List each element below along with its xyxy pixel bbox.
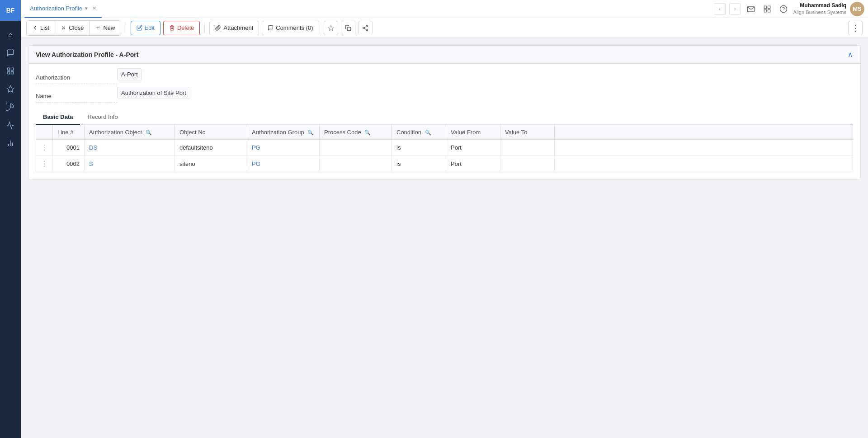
auth-group-search-icon[interactable]: 🔍: [307, 130, 314, 136]
col-header-condition: Condition 🔍: [392, 125, 446, 140]
svg-rect-11: [768, 9, 770, 12]
auth-object-link-1[interactable]: S: [89, 160, 93, 167]
row-drag-handle[interactable]: ⋮: [36, 156, 53, 172]
svg-marker-18: [328, 25, 334, 30]
sidebar-item-analytics[interactable]: [2, 99, 19, 116]
star-button[interactable]: [324, 21, 338, 35]
main-area: Authorization Profile ▾ ✕ ‹ › Muhammad S…: [21, 0, 868, 438]
card-header-title: View Authorization Profile - A-Port: [36, 51, 138, 58]
toolbar: List Close New Edit Delete Attachment: [21, 18, 868, 38]
name-input: Authorization of Site Port: [117, 87, 190, 99]
authorization-label: Authorization: [36, 71, 117, 84]
auth-object-search-icon[interactable]: 🔍: [146, 130, 152, 136]
svg-line-24: [364, 26, 366, 27]
copy-button[interactable]: [341, 21, 355, 35]
row-spacer-0: [555, 140, 853, 156]
row-condition-0: is: [392, 140, 446, 156]
main-card: View Authorization Profile - A-Port ∧ Au…: [28, 45, 861, 180]
row-auth-group-1[interactable]: PG: [247, 156, 320, 172]
sidebar-logo[interactable]: BF: [0, 0, 21, 21]
nav-back-button[interactable]: ‹: [714, 3, 726, 15]
svg-rect-19: [347, 27, 351, 31]
collapse-button[interactable]: ∧: [848, 50, 853, 59]
col-header-value-to: Value To: [500, 125, 555, 140]
help-icon[interactable]: [777, 3, 790, 15]
sidebar-item-apps[interactable]: [2, 62, 19, 80]
content-area: View Authorization Profile - A-Port ∧ Au…: [21, 38, 868, 438]
process-code-search-icon[interactable]: 🔍: [364, 130, 371, 136]
col-header-process-code: Process Code 🔍: [320, 125, 392, 140]
attachment-button[interactable]: Attachment: [209, 21, 259, 35]
sidebar-item-home[interactable]: ⌂: [2, 26, 19, 43]
svg-rect-1: [11, 68, 14, 70]
comments-button[interactable]: Comments (0): [262, 21, 319, 35]
sub-tab-nav: Basic Data Record Info: [36, 110, 853, 125]
col-header-value-from: Value From: [446, 125, 500, 140]
auth-group-link-0[interactable]: PG: [252, 144, 260, 151]
user-name: Muhammad Sadiq: [793, 2, 846, 9]
row-process-code-1: [320, 156, 392, 172]
sidebar: BF ⌂: [0, 0, 21, 438]
row-auth-object-0[interactable]: DS: [85, 140, 175, 156]
col-header-line: Line #: [53, 125, 85, 140]
toolbar-divider-1: [126, 23, 126, 33]
svg-rect-3: [11, 72, 14, 74]
new-button[interactable]: New: [90, 21, 120, 35]
tab-close-icon[interactable]: ✕: [92, 5, 96, 11]
row-value-to-0: [500, 140, 555, 156]
user-profile[interactable]: Muhammad Sadiq Align Business Systems MS: [793, 2, 864, 16]
sidebar-nav: ⌂: [0, 23, 21, 155]
delete-button-label: Delete: [177, 24, 194, 31]
row-value-from-1: Port: [446, 156, 500, 172]
col-header-auth-object: Authorization Object 🔍: [85, 125, 175, 140]
sidebar-item-chat[interactable]: [2, 44, 19, 61]
svg-point-20: [366, 25, 368, 27]
authorization-field-row: Authorization A-Port: [36, 71, 853, 84]
svg-rect-8: [764, 6, 766, 8]
name-value: Authorization of Site Port: [117, 89, 853, 96]
tab-dropdown-icon[interactable]: ▾: [85, 5, 88, 11]
mail-icon[interactable]: [745, 3, 757, 15]
table-header-row: Line # Authorization Object 🔍 Object No: [36, 125, 853, 140]
list-close-new-group: List Close New: [26, 20, 121, 36]
condition-search-icon[interactable]: 🔍: [425, 130, 431, 136]
tab-record-info[interactable]: Record Info: [80, 110, 125, 125]
tab-bar-right: ‹ › Muhammad Sadiq Align Business System…: [714, 2, 864, 16]
nav-forward-button[interactable]: ›: [729, 3, 741, 15]
close-button[interactable]: Close: [55, 21, 90, 35]
row-drag-handle[interactable]: ⋮: [36, 140, 53, 156]
svg-line-23: [364, 28, 366, 29]
new-button-label: New: [103, 24, 115, 31]
attachment-button-label: Attachment: [223, 24, 253, 31]
tab-basic-data[interactable]: Basic Data: [36, 110, 80, 125]
user-company: Align Business Systems: [793, 9, 846, 15]
row-object-no-1: siteno: [175, 156, 247, 172]
list-button-label: List: [40, 24, 49, 31]
sidebar-item-activity[interactable]: [2, 117, 19, 134]
svg-point-22: [366, 29, 368, 31]
row-auth-object-1[interactable]: S: [85, 156, 175, 172]
edit-button[interactable]: Edit: [131, 21, 160, 35]
col-header-spacer: [555, 125, 853, 140]
comments-button-label: Comments (0): [276, 24, 313, 31]
svg-marker-4: [7, 86, 14, 92]
authorization-table: Line # Authorization Object 🔍 Object No: [36, 125, 853, 172]
row-condition-1: is: [392, 156, 446, 172]
sidebar-item-reports[interactable]: [2, 135, 19, 152]
list-button[interactable]: List: [27, 21, 55, 35]
row-auth-group-0[interactable]: PG: [247, 140, 320, 156]
authorization-profile-tab[interactable]: Authorization Profile ▾ ✕: [24, 0, 102, 18]
col-drag-handle: [36, 125, 53, 140]
delete-button[interactable]: Delete: [163, 21, 200, 35]
auth-object-link-0[interactable]: DS: [89, 144, 97, 151]
share-button[interactable]: [358, 21, 373, 35]
sidebar-item-favorites[interactable]: [2, 80, 19, 98]
grid-icon[interactable]: [761, 3, 774, 15]
toolbar-divider-2: [204, 23, 205, 33]
more-options-button[interactable]: ⋮: [848, 21, 863, 35]
auth-group-link-1[interactable]: PG: [252, 160, 260, 167]
user-avatar[interactable]: MS: [850, 2, 864, 16]
table-body: ⋮ 0001 DS defaultsiteno PG is Port ⋮ 000…: [36, 140, 853, 172]
row-object-no-0: defaultsiteno: [175, 140, 247, 156]
svg-point-21: [363, 27, 364, 29]
